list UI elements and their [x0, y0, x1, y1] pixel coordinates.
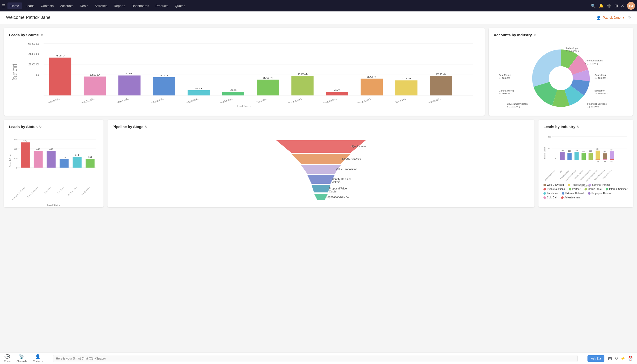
svg-text:219: 219 [575, 150, 578, 152]
nav-more[interactable]: ··· [189, 2, 195, 9]
svg-text:Quote: Quote [329, 190, 337, 193]
pipeline-refresh[interactable]: ↻ [145, 125, 147, 128]
nav-item-contacts[interactable]: Contacts [38, 2, 57, 9]
svg-text:1 ( 10.00% ): 1 ( 10.00% ) [507, 105, 520, 108]
svg-rect-83 [60, 159, 69, 168]
user-menu[interactable]: 👤 Patrick Jane ▾ ↻ [596, 16, 631, 20]
svg-text:Real Estate: Real Estate [498, 74, 511, 76]
user-avatar[interactable]: PJ [627, 2, 635, 10]
leads-source-x-label: Lead Source [9, 105, 480, 108]
svg-text:Lost Lead: Lost Lead [57, 186, 65, 194]
svg-text:448: 448 [49, 148, 53, 150]
svg-text:0: 0 [16, 166, 18, 169]
refresh-icon-welcome[interactable]: ↻ [628, 16, 631, 20]
svg-text:Web Download: Web Download [411, 98, 442, 103]
pipeline-chart: Qualification Needs Analysis Value Propo… [113, 133, 529, 202]
nav-item-home[interactable]: Home [8, 2, 22, 9]
nav-item-activities[interactable]: Activities [92, 2, 110, 9]
svg-text:Proposal/Price: Proposal/Price [329, 187, 347, 190]
svg-text:Manufacturing: Manufacturing [498, 89, 514, 92]
contacts-icon: 👤 [35, 354, 41, 360]
smart-chat-input[interactable] [53, 355, 577, 362]
channels-label: Channels [17, 360, 27, 363]
add-icon[interactable]: ➕ [607, 4, 612, 8]
gamepad-icon[interactable]: 🎮 [607, 356, 612, 361]
svg-text:Record Count: Record Count [11, 64, 19, 80]
svg-text:Online Store: Online Store [243, 98, 269, 103]
svg-text:Public Relations: Public Relations [305, 98, 338, 103]
leads-industry-refresh[interactable]: ↻ [577, 125, 579, 128]
svg-rect-28 [257, 80, 279, 96]
svg-rect-74 [21, 142, 30, 168]
leads-industry-title: Leads by Industry ↻ [543, 124, 628, 129]
nav-logo[interactable]: ☰ [2, 4, 6, 8]
main-content: Leads by Source ↻ 600 400 200 0 [0, 24, 637, 352]
svg-text:Record Count: Record Count [544, 147, 546, 159]
leads-source-refresh[interactable]: ↻ [40, 33, 43, 37]
svg-text:314: 314 [75, 154, 79, 156]
accounts-chart: Technology 2 ( 20.00% ) Communications 1… [494, 41, 628, 111]
zia-icon[interactable]: ⚡ [620, 356, 625, 361]
svg-rect-132 [596, 151, 600, 160]
svg-text:184: 184 [263, 76, 273, 79]
nav-item-dashboards[interactable]: Dashboards [129, 2, 152, 9]
nav-item-quotes[interactable]: Quotes [172, 2, 188, 9]
svg-rect-120 [553, 160, 558, 160]
nav-item-reports[interactable]: Reports [111, 2, 128, 9]
accounts-refresh[interactable]: ↻ [533, 33, 536, 37]
svg-text:Qualification: Qualification [352, 145, 367, 148]
svg-rect-13 [84, 76, 106, 96]
svg-text:Makers: Makers [332, 180, 341, 184]
svg-rect-25 [222, 92, 244, 96]
svg-text:219: 219 [90, 73, 100, 76]
svg-text:0: 0 [550, 159, 551, 161]
svg-text:Identify Decision: Identify Decision [332, 178, 352, 180]
svg-text:750: 750 [14, 138, 18, 141]
svg-text:184: 184 [603, 151, 606, 153]
status-icons: 🎮 ↻ ⚡ ⏰ [607, 356, 633, 361]
svg-text:174: 174 [596, 148, 599, 150]
status-chats[interactable]: 💬 Chats [4, 354, 11, 363]
svg-text:220: 220 [589, 150, 592, 152]
svg-text:224: 224 [610, 161, 613, 162]
dashboard-row-1: Leads by Source ↻ 600 400 200 0 [4, 28, 633, 116]
accounts-by-industry-card: Accounts by Industry ↻ [489, 28, 633, 116]
close-icon[interactable]: ✕ [621, 4, 624, 8]
status-contacts[interactable]: 👤 Contacts [33, 354, 43, 363]
svg-rect-22 [188, 90, 210, 96]
svg-text:1 ( 10.00% ): 1 ( 10.00% ) [594, 76, 607, 79]
legend-internal-seminar: Internal Seminar [606, 188, 627, 190]
svg-text:43: 43 [230, 89, 237, 91]
svg-rect-136 [603, 154, 607, 160]
legend-employee-referral: Employee Referral [588, 192, 612, 195]
nav-item-products[interactable]: Products [153, 2, 171, 9]
svg-rect-86 [73, 157, 82, 168]
svg-text:Pre-Qualified: Pre-Qualified [81, 186, 91, 196]
svg-text:40: 40 [604, 161, 606, 162]
leads-by-source-card: Leads by Source ↻ 600 400 200 0 [4, 28, 485, 116]
ask-zia-button[interactable]: Ask Zia [587, 355, 604, 362]
nav-item-leads[interactable]: Leads [23, 2, 37, 9]
leads-status-refresh[interactable]: ↻ [39, 125, 42, 128]
svg-text:Advertisement: Advertisement [32, 98, 61, 103]
svg-rect-138 [603, 159, 607, 160]
status-channels[interactable]: 📡 Channels [17, 354, 27, 363]
refresh-icon[interactable]: ↻ [615, 356, 618, 361]
svg-text:ESP: ESP [559, 169, 563, 173]
dropdown-chevron[interactable]: ▾ [622, 16, 624, 20]
nav-items: Home Leads Contacts Accounts Deals Activ… [8, 2, 591, 9]
svg-text:Value Proposition: Value Proposition [336, 168, 357, 170]
settings-icon[interactable]: ⊞ [614, 4, 618, 8]
svg-text:Non-management ISV: Non-management ISV [585, 169, 598, 182]
nav-item-deals[interactable]: Deals [77, 2, 91, 9]
svg-text:Communications: Communications [585, 59, 603, 62]
svg-text:234: 234 [88, 156, 92, 158]
svg-text:Partner: Partner [286, 98, 303, 103]
nav-item-accounts[interactable]: Accounts [57, 2, 76, 9]
notifications-icon[interactable]: 🔔 [599, 4, 604, 8]
clock-icon[interactable]: ⏰ [628, 356, 633, 361]
svg-text:Negotiation/Review: Negotiation/Review [326, 196, 349, 198]
svg-text:Consulting: Consulting [594, 74, 606, 76]
svg-text:0: 0 [36, 73, 39, 76]
search-icon[interactable]: 🔍 [591, 4, 596, 8]
